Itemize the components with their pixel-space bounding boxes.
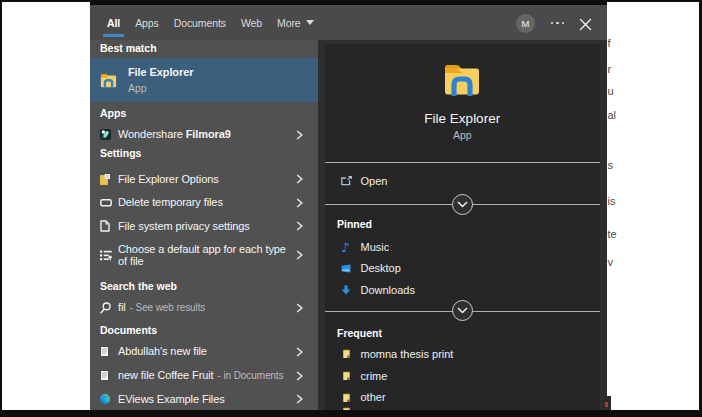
result-abdullahs-new-file[interactable]: Abdullah's new file xyxy=(90,340,318,364)
pinned-item-desktop[interactable]: Desktop xyxy=(325,258,600,279)
more-options-icon[interactable] xyxy=(551,22,564,24)
result-title: File system privacy settings xyxy=(118,220,250,233)
section-header-apps: Apps xyxy=(100,107,126,119)
pinned-label: Downloads xyxy=(361,284,415,296)
result-title: File Explorer xyxy=(128,66,193,79)
expand-section-button[interactable] xyxy=(452,300,473,321)
result-choose-default-app[interactable]: Choose a default app for each type of fi… xyxy=(90,238,318,272)
open-icon xyxy=(341,176,361,186)
file-explorer-icon xyxy=(100,73,128,88)
chevron-down-icon xyxy=(306,20,314,25)
preview-card: File Explorer App Open Pinn xyxy=(325,44,600,410)
user-avatar[interactable]: M xyxy=(516,14,535,33)
folder-icon xyxy=(341,371,361,380)
background-page-right: f r u al s is te v xyxy=(607,2,699,410)
frame-border-right xyxy=(699,0,702,417)
notification-dot xyxy=(605,402,609,407)
result-title: Choose a default app for each type of fi… xyxy=(118,243,295,268)
folder-options-icon xyxy=(100,174,118,185)
result-title: Abdullah's new file xyxy=(118,345,207,358)
edge-browser-icon xyxy=(100,394,118,404)
result-best-match-file-explorer[interactable]: File Explorer App xyxy=(90,58,318,102)
result-title: Delete temporary files xyxy=(118,196,223,209)
chevron-right-icon xyxy=(296,347,303,357)
chevron-right-icon xyxy=(296,250,303,260)
section-header-settings: Settings xyxy=(100,147,141,159)
preview-subtitle: App xyxy=(325,129,600,141)
frequent-item-momna-thesis-print[interactable]: momna thesis print xyxy=(325,343,600,364)
default-apps-icon xyxy=(100,250,118,261)
expand-section-button[interactable] xyxy=(452,194,473,215)
filmora-icon xyxy=(100,129,118,140)
result-web-search-fil[interactable]: fil - See web results xyxy=(90,296,318,320)
screenshot-frame: f r u al s is te v All Apps Documents We… xyxy=(0,0,702,417)
chevron-right-icon xyxy=(296,221,303,231)
background-page-left xyxy=(2,2,90,410)
search-topbar: All Apps Documents Web More M xyxy=(90,5,607,40)
chevron-right-icon xyxy=(296,198,303,208)
background-text-fragment: u xyxy=(608,86,614,97)
chevron-right-icon xyxy=(296,174,303,184)
tab-apps[interactable]: Apps xyxy=(135,5,159,40)
chevron-right-icon xyxy=(296,394,303,404)
frame-border-top xyxy=(0,0,702,2)
result-delete-temporary-files[interactable]: Delete temporary files xyxy=(90,191,318,215)
chevron-right-icon xyxy=(296,371,303,381)
file-explorer-icon-large xyxy=(443,63,481,100)
music-icon: ♪ xyxy=(341,241,361,254)
storage-icon xyxy=(100,199,118,207)
result-title: fil xyxy=(118,301,126,314)
tab-all[interactable]: All xyxy=(107,5,120,40)
chevron-right-icon xyxy=(296,130,303,140)
tab-documents[interactable]: Documents xyxy=(174,5,226,40)
preview-pane: File Explorer App Open Pinn xyxy=(318,40,607,410)
search-icon xyxy=(100,302,118,314)
close-icon[interactable] xyxy=(579,17,592,30)
tab-more-label: More xyxy=(277,17,301,29)
section-header-pinned: Pinned xyxy=(337,218,372,230)
result-suffix: - See web results xyxy=(130,302,206,313)
tab-web[interactable]: Web xyxy=(241,5,262,40)
pinned-label: Music xyxy=(361,241,390,253)
frequent-item-crime[interactable]: crime xyxy=(325,365,600,386)
preview-title: File Explorer xyxy=(325,111,600,126)
section-header-documents: Documents xyxy=(100,324,157,336)
background-text-fragment: s xyxy=(608,160,614,171)
result-wondershare-filmora9[interactable]: Wondershare Filmora9 xyxy=(90,121,318,148)
result-title: File Explorer Options xyxy=(118,173,219,186)
frequent-item-partial[interactable] xyxy=(325,401,600,410)
document-outline-icon xyxy=(100,220,118,232)
result-subtitle: App xyxy=(128,82,193,94)
search-filter-tabs: All Apps Documents Web More xyxy=(107,5,314,40)
result-new-file-coffee-fruit[interactable]: new file Coffee Fruit - in Documents xyxy=(90,364,318,388)
background-text-fragment: v xyxy=(608,257,614,268)
divider xyxy=(325,162,600,163)
desktop-icon xyxy=(341,264,361,273)
document-icon xyxy=(100,370,118,381)
frequent-label: momna thesis print xyxy=(361,348,454,360)
section-header-best-match: Best match xyxy=(100,42,157,54)
download-icon xyxy=(341,285,361,295)
open-action[interactable]: Open xyxy=(325,171,600,192)
frequent-label: crime xyxy=(361,370,388,382)
document-icon xyxy=(100,346,118,357)
pinned-item-music[interactable]: ♪ Music xyxy=(325,237,600,258)
result-title: EViews Example Files xyxy=(118,393,225,406)
result-suffix: - in Documents xyxy=(218,370,284,381)
open-label: Open xyxy=(361,175,388,187)
result-file-explorer-options[interactable]: File Explorer Options xyxy=(90,168,318,192)
result-eviews-example-files[interactable]: EViews Example Files xyxy=(90,388,318,411)
folder-icon xyxy=(341,349,361,358)
section-header-frequent: Frequent xyxy=(337,327,382,339)
search-flyout: All Apps Documents Web More M Best match xyxy=(90,2,607,410)
background-text-fragment: al xyxy=(608,110,617,121)
pinned-item-downloads[interactable]: Downloads xyxy=(325,279,600,300)
result-title: new file Coffee Fruit xyxy=(118,369,214,382)
background-text-fragment: te xyxy=(608,229,617,240)
frame-border-left xyxy=(0,0,2,417)
background-taskbar-fragment xyxy=(603,396,611,410)
tab-more[interactable]: More xyxy=(277,5,314,40)
frame-border-bottom xyxy=(0,410,702,417)
avatar-initial: M xyxy=(522,18,530,29)
result-file-system-privacy-settings[interactable]: File system privacy settings xyxy=(90,215,318,239)
